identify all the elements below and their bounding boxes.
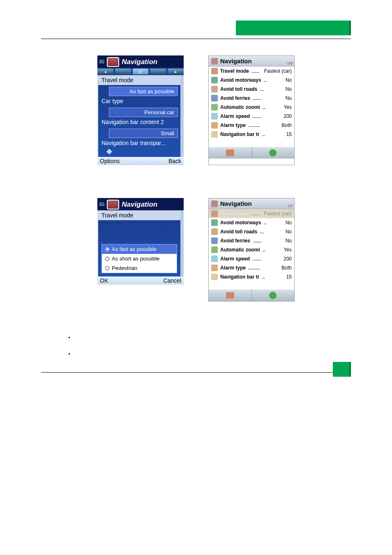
- app-icon: [107, 200, 119, 210]
- radio-option[interactable]: Pedestrian: [102, 263, 177, 273]
- check-icon: [269, 149, 277, 157]
- softkey-ok[interactable]: OK: [100, 277, 108, 284]
- screenshot-2: Navigation 0/8 Travel mode ........Faste…: [208, 55, 295, 165]
- list-item[interactable]: Avoid toll roads ....No: [209, 227, 294, 236]
- softkey-bar: Options Back: [97, 157, 184, 165]
- field-label[interactable]: Travel mode: [98, 75, 180, 85]
- tab-active[interactable]: ◎: [133, 69, 149, 74]
- menu-icon: [226, 150, 234, 156]
- menu-button[interactable]: [209, 290, 252, 301]
- list-item[interactable]: Avoid toll roads ....No: [209, 85, 294, 94]
- list-item[interactable]: Avoid motorways...No: [209, 76, 294, 85]
- bottom-bar: [209, 147, 294, 159]
- s1-body: Travel mode As fast as possible Car type…: [97, 75, 184, 157]
- zoom-icon: [211, 246, 218, 253]
- alarm-icon: [211, 122, 218, 129]
- list-item[interactable]: Navigation bar tr...15: [209, 130, 294, 139]
- screen-title: Navigation: [220, 200, 252, 207]
- alarm-icon: [211, 265, 218, 271]
- softkey-cancel[interactable]: Cancel: [163, 277, 181, 284]
- field-value[interactable]: Personal car: [109, 108, 178, 117]
- radio-option[interactable]: As short as possible: [102, 254, 177, 263]
- tab-bar[interactable]: ◂ ◎ ▸: [97, 68, 184, 75]
- radio-icon: [105, 257, 109, 261]
- tab-prev-icon[interactable]: ◂: [97, 69, 113, 74]
- screenshot-3: 3G Navigation Travel mode As fast as pos…: [97, 198, 184, 302]
- app-icon: [107, 57, 119, 67]
- s3-header: 3G Navigation: [97, 198, 184, 210]
- screen-title: Navigation: [220, 58, 252, 64]
- list-item[interactable]: Avoid ferries .........No: [209, 94, 294, 103]
- speed-icon: [211, 256, 218, 262]
- ferry-icon: [211, 95, 218, 101]
- header-rule: [41, 39, 351, 39]
- radio-icon: [105, 266, 109, 270]
- field-label[interactable]: Navigation bar content 2: [98, 117, 180, 127]
- signal-icon: 3G: [99, 60, 104, 64]
- toll-icon: [211, 86, 218, 92]
- list-item[interactable]: Navigation bar tr...15: [209, 272, 294, 281]
- ferry-icon: [211, 237, 218, 244]
- list-item[interactable]: Alarm speed .........200: [209, 112, 294, 121]
- list-item[interactable]: Travel mode ........Fastest (car): [209, 67, 294, 76]
- header-banner: [236, 21, 351, 35]
- radio-list: As fast as possible As short as possible…: [101, 244, 177, 273]
- list-item[interactable]: Automatic zoomi...Yes: [209, 103, 294, 112]
- softkey-options[interactable]: Options: [100, 158, 120, 164]
- softkey-bar: OK Cancel: [97, 276, 184, 285]
- motorway-icon: [211, 219, 218, 226]
- tab-3[interactable]: [150, 69, 166, 74]
- list-item[interactable]: Alarm type ............Both: [209, 121, 294, 130]
- field-value[interactable]: Small: [109, 129, 178, 138]
- softkey-back[interactable]: Back: [168, 158, 181, 164]
- motorway-icon: [211, 77, 218, 83]
- field-label[interactable]: Car type: [98, 96, 180, 106]
- bullet-item: [74, 351, 351, 356]
- screen-title: Navigation: [122, 200, 157, 209]
- app-icon: [211, 200, 218, 207]
- list-item[interactable]: Automatic zoomi...Yes: [209, 245, 294, 254]
- diamond-icon: [106, 149, 112, 154]
- ok-button[interactable]: [252, 147, 295, 159]
- field-value[interactable]: As fast as possible: [109, 87, 178, 96]
- speed-icon: [211, 113, 218, 120]
- screen-title: Navigation: [122, 58, 157, 66]
- dialog-title: Travel mode: [98, 210, 180, 220]
- navbar-icon: [211, 274, 218, 280]
- tab-next-icon[interactable]: ▸: [168, 69, 184, 74]
- page-number-badge: [333, 362, 351, 377]
- navbar-icon: [211, 131, 218, 138]
- list-item[interactable]: Alarm speed .........200: [209, 254, 294, 263]
- screenshot-4: Navigation 1/8 Travel mode ........Faste…: [208, 198, 295, 302]
- radio-option[interactable]: As fast as possible: [102, 244, 177, 254]
- travel-mode-icon: [211, 68, 218, 74]
- travel-mode-icon: [211, 210, 218, 217]
- page-index: 1/8: [287, 204, 293, 208]
- bullet-item: [74, 334, 351, 339]
- app-icon: [211, 58, 218, 64]
- screenshot-1: 3G Navigation ◂ ◎ ▸ Travel mode As fast …: [97, 55, 184, 165]
- s2-header: Navigation 0/8: [209, 56, 294, 67]
- bottom-bar: [209, 290, 294, 301]
- signal-icon: 3G: [99, 203, 104, 207]
- toll-icon: [211, 228, 218, 235]
- s1-header: 3G Navigation: [97, 55, 184, 68]
- list-item[interactable]: Alarm type ............Both: [209, 263, 294, 272]
- bullet-list: [74, 334, 351, 356]
- tab-1[interactable]: [115, 69, 131, 74]
- s2-list: Travel mode ........Fastest (car) Avoid …: [209, 67, 294, 147]
- page-index: 0/8: [287, 61, 293, 65]
- check-icon: [269, 292, 277, 299]
- list-item[interactable]: Avoid ferries .........No: [209, 236, 294, 245]
- ok-button[interactable]: [252, 290, 295, 301]
- list-item-selected[interactable]: Travel mode ........Fastest (car): [209, 209, 294, 218]
- s4-list: Travel mode ........Fastest (car) Avoid …: [209, 209, 294, 290]
- s4-header: Navigation 1/8: [209, 198, 294, 209]
- menu-button[interactable]: [209, 147, 252, 159]
- footer-rule: [41, 372, 351, 373]
- menu-icon: [226, 292, 234, 299]
- radio-icon: [105, 247, 109, 251]
- field-label[interactable]: Navigation bar transpar...: [98, 138, 180, 148]
- list-item[interactable]: Avoid motorways...No: [209, 218, 294, 227]
- zoom-icon: [211, 104, 218, 111]
